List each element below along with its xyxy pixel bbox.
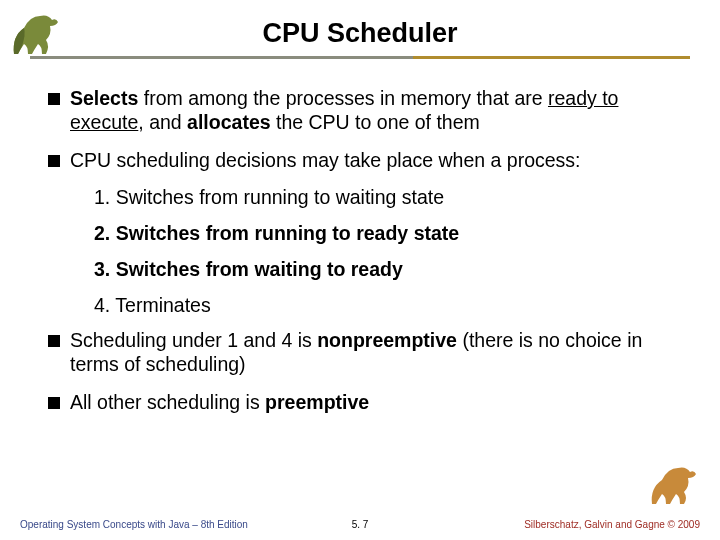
bullet-2: CPU scheduling decisions may take place … (48, 149, 690, 173)
bullet-2-text: CPU scheduling decisions may take place … (70, 149, 690, 173)
t: Scheduling under 1 and 4 is (70, 329, 317, 351)
footer-page-number: 5. 7 (352, 519, 369, 530)
num-2: 2. Switches from running to ready state (94, 222, 690, 246)
bullet-icon (48, 93, 60, 105)
t: from among the processes in memory that … (138, 87, 548, 109)
t: the CPU to one of them (271, 111, 480, 133)
dinosaur-icon (6, 6, 70, 62)
bold-preemptive: preemptive (265, 391, 369, 413)
bullet-4-text: All other scheduling is preemptive (70, 391, 690, 415)
t: All other scheduling is (70, 391, 265, 413)
footer-left: Operating System Concepts with Java – 8t… (20, 519, 248, 530)
num-2-text: 2. Switches from running to ready state (94, 222, 459, 244)
page-title: CPU Scheduler (262, 18, 457, 49)
rule-gold (413, 56, 690, 59)
rule-gray (30, 56, 413, 59)
bullet-1: Selects from among the processes in memo… (48, 87, 690, 135)
footer: Operating System Concepts with Java – 8t… (0, 519, 720, 530)
num-3: 3. Switches from waiting to ready (94, 258, 690, 282)
num-4: 4. Terminates (94, 294, 690, 318)
num-3-text: 3. Switches from waiting to ready (94, 258, 403, 280)
bullet-icon (48, 397, 60, 409)
bullet-icon (48, 335, 60, 347)
bullet-1-text: Selects from among the processes in memo… (70, 87, 690, 135)
title-row: CPU Scheduler (30, 18, 690, 49)
num-1: 1. Switches from running to waiting stat… (94, 186, 690, 210)
bullet-icon (48, 155, 60, 167)
title-rule (30, 55, 690, 61)
bold-nonpreemptive: nonpreemptive (317, 329, 457, 351)
content: Selects from among the processes in memo… (30, 87, 690, 415)
bold-selects: Selects (70, 87, 138, 109)
bullet-3: Scheduling under 1 and 4 is nonpreemptiv… (48, 329, 690, 377)
t: , and (138, 111, 187, 133)
bullet-3-text: Scheduling under 1 and 4 is nonpreemptiv… (70, 329, 690, 377)
bold-allocates: allocates (187, 111, 270, 133)
footer-right: Silberschatz, Galvin and Gagne © 2009 (524, 519, 700, 530)
slide: CPU Scheduler Selects from among the pro… (0, 0, 720, 540)
bullet-4: All other scheduling is preemptive (48, 391, 690, 415)
dinosaur-small-icon (646, 460, 702, 510)
